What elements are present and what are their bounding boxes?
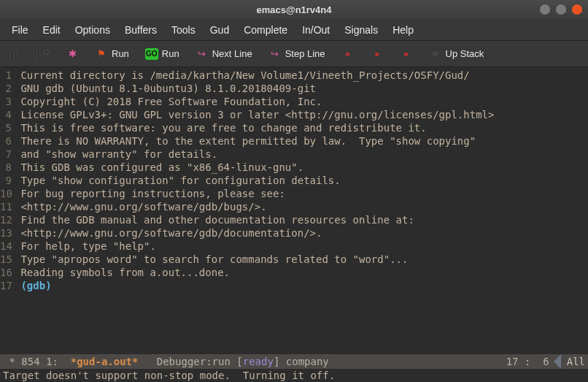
status-bar: * 854 1: *gud-a.out* Debugger:run [ read… xyxy=(0,354,588,369)
menu-tools[interactable]: Tools xyxy=(164,21,203,39)
maximize-icon[interactable] xyxy=(556,4,566,15)
line-number: 4 xyxy=(0,108,15,121)
menu-complete[interactable]: Complete xyxy=(236,21,295,39)
break-p-button[interactable]: p xyxy=(4,46,23,62)
run-flag-label: Run xyxy=(112,48,129,59)
line-text: Type "apropos word" to search for comman… xyxy=(15,253,408,266)
step-line-icon: ↪ xyxy=(268,47,282,61)
buffer-line: 6 There is NO WARRANTY, to the extent pe… xyxy=(0,134,588,148)
bp3-button[interactable]: ● xyxy=(397,46,416,62)
close-icon[interactable] xyxy=(572,4,582,15)
next-line-button[interactable]: ↪Next Line xyxy=(193,46,255,62)
gdb-prompt[interactable]: (gdb) xyxy=(15,279,58,292)
line-number: 3 xyxy=(0,95,15,108)
line-number: 1 xyxy=(0,69,15,82)
line-text: For bug reporting instructions, please s… xyxy=(15,187,285,200)
buffer-line: 13 <http://www.gnu.org/software/gdb/docu… xyxy=(0,226,588,240)
sb-right: 17 : 6 All xyxy=(506,354,585,369)
menu-help[interactable]: Help xyxy=(385,21,421,39)
bp2-button[interactable]: ● xyxy=(368,46,387,62)
up-stack-button[interactable]: ≡Up Stack xyxy=(426,46,487,62)
line-number: 6 xyxy=(0,134,15,148)
buffer-line: 15 Type "apropos word" to search for com… xyxy=(0,253,588,266)
up-stack-label: Up Stack xyxy=(446,48,484,59)
step-line-label: Step Line xyxy=(285,48,325,59)
run-flag-button[interactable]: ⚑Run xyxy=(92,46,132,62)
run-go-button[interactable]: GORun xyxy=(142,47,182,61)
run-flag-icon: ⚑ xyxy=(95,47,108,61)
line-number: 13 xyxy=(0,226,15,240)
line-text: This is free software: you are free to c… xyxy=(15,121,427,134)
line-number: 17 xyxy=(0,279,15,292)
sb-mode-suffix: ] company xyxy=(274,356,329,367)
run-go-icon: GO xyxy=(145,48,158,60)
break-p-icon: p xyxy=(7,47,20,61)
sb-cursor: 17 : 6 xyxy=(506,356,549,367)
bp3-icon: ● xyxy=(400,47,413,61)
menu-signals[interactable]: Signals xyxy=(337,21,385,39)
line-number: 10 xyxy=(0,187,15,200)
line-number: 5 xyxy=(0,121,15,134)
line-number: 15 xyxy=(0,253,15,266)
sb-colpos: 1: xyxy=(40,356,71,367)
minimize-icon[interactable] xyxy=(540,4,550,15)
buffer-line: 9 Type "show configuration" for configur… xyxy=(0,174,588,187)
bp2-icon: ● xyxy=(371,47,384,61)
buffer-line: 1 Current directory is /media/kartha/New… xyxy=(0,69,588,82)
editor-buffer[interactable]: 1 Current directory is /media/kartha/New… xyxy=(0,67,588,354)
bp1-icon: ● xyxy=(341,47,355,61)
echo-area: Target doesn't support non-stop mode. Tu… xyxy=(0,369,588,382)
menu-options[interactable]: Options xyxy=(68,21,117,39)
line-text: <http://www.gnu.org/software/gdb/bugs/>. xyxy=(15,200,267,213)
line-number: 9 xyxy=(0,174,15,187)
bp1-button[interactable]: ● xyxy=(339,46,357,62)
next-line-label: Next Line xyxy=(212,48,252,59)
line-text: Copyright (C) 2018 Free Software Foundat… xyxy=(15,95,322,108)
line-text: License GPLv3+: GNU GPL version 3 or lat… xyxy=(15,108,494,121)
buffer-line: 11 <http://www.gnu.org/software/gdb/bugs… xyxy=(0,200,588,213)
menu-edit[interactable]: Edit xyxy=(36,21,68,39)
titlebar: emacs@n1rv4n4 xyxy=(0,0,588,19)
sb-scroll: All xyxy=(562,356,585,367)
line-text: For help, type "help". xyxy=(15,240,156,253)
toolbar: pp*✱⚑RunGORun↪Next Line↪Step Line●●●≡Up … xyxy=(0,41,588,67)
line-text: Find the GDB manual and other documentat… xyxy=(15,213,414,226)
line-text: GNU gdb (Ubuntu 8.1-0ubuntu3) 8.1.0.2018… xyxy=(15,82,316,95)
buffer-line: 8 This GDB was configured as "x86_64-lin… xyxy=(0,161,588,174)
bug-icon-icon: ✱ xyxy=(66,47,79,61)
menubar: FileEditOptionsBuffersToolsGudCompleteIn… xyxy=(0,19,588,41)
next-line-icon: ↪ xyxy=(196,47,209,61)
line-text: There is NO WARRANTY, to the extent perm… xyxy=(15,134,476,148)
line-number: 2 xyxy=(0,82,15,95)
line-number: 8 xyxy=(0,161,15,174)
window-controls xyxy=(540,4,582,15)
line-text: <http://www.gnu.org/software/gdb/documen… xyxy=(15,226,322,240)
menu-inout[interactable]: In/Out xyxy=(295,21,337,39)
line-text: Reading symbols from a.out...done. xyxy=(15,266,230,279)
buffer-line: 2 GNU gdb (Ubuntu 8.1-0ubuntu3) 8.1.0.20… xyxy=(0,82,588,95)
sb-mode-prefix: Debugger:run [ xyxy=(138,356,242,367)
line-text: and "show warranty" for details. xyxy=(15,148,217,161)
window-title: emacs@n1rv4n4 xyxy=(256,4,331,15)
bug-icon-button[interactable]: ✱ xyxy=(63,46,82,62)
menu-gud[interactable]: Gud xyxy=(203,21,236,39)
line-number: 14 xyxy=(0,240,15,253)
up-stack-icon: ≡ xyxy=(429,47,442,61)
buffer-line: 4 License GPLv3+: GNU GPL version 3 or l… xyxy=(0,108,588,121)
run-go-label: Run xyxy=(162,48,179,59)
line-number: 11 xyxy=(0,200,15,213)
step-line-button[interactable]: ↪Step Line xyxy=(266,46,328,62)
buffer-line: 7 and "show warranty" for details. xyxy=(0,148,588,161)
line-text: This GDB was configured as "x86_64-linux… xyxy=(15,161,303,174)
break-pstar-button[interactable]: p* xyxy=(34,46,53,62)
buffer-line: 10 For bug reporting instructions, pleas… xyxy=(0,187,588,200)
buffer-line: 12 Find the GDB manual and other documen… xyxy=(0,213,588,226)
sb-ready: ready xyxy=(243,356,274,367)
buffer-line: 16 Reading symbols from a.out...done. xyxy=(0,266,588,279)
line-text: Current directory is /media/kartha/New V… xyxy=(15,69,470,82)
sb-modified: * xyxy=(3,356,21,367)
sb-buffer-name: *gud-a.out* xyxy=(71,356,139,367)
menu-buffers[interactable]: Buffers xyxy=(117,21,164,39)
menu-file[interactable]: File xyxy=(4,21,36,39)
line-number: 12 xyxy=(0,213,15,226)
